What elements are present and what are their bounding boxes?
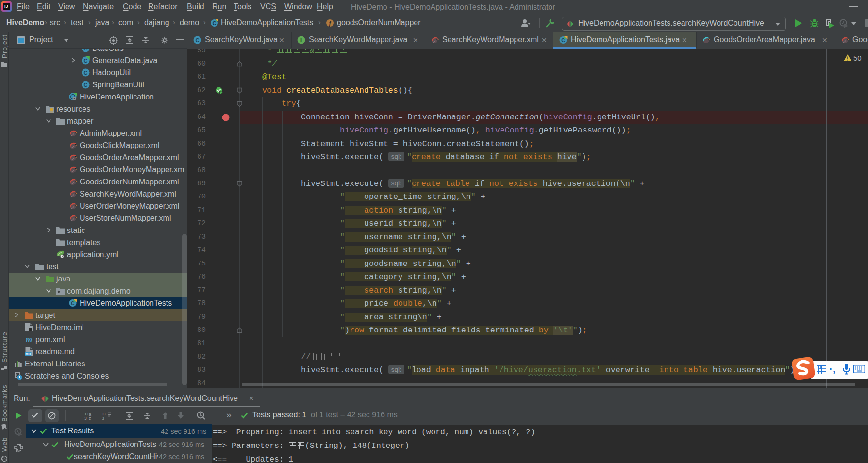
svg-text:MD: MD <box>25 352 31 356</box>
svg-text:C: C <box>196 37 200 43</box>
svg-text:3: 3 <box>84 416 87 420</box>
svg-text:z: z <box>89 416 91 420</box>
svg-text:I: I <box>300 37 302 43</box>
svg-text:C: C <box>84 49 88 51</box>
svg-text:C: C <box>84 70 88 76</box>
svg-text:C: C <box>84 82 88 88</box>
svg-text:C: C <box>84 58 88 64</box>
svg-text:3: 3 <box>102 416 104 420</box>
svg-text:m: m <box>26 335 32 344</box>
